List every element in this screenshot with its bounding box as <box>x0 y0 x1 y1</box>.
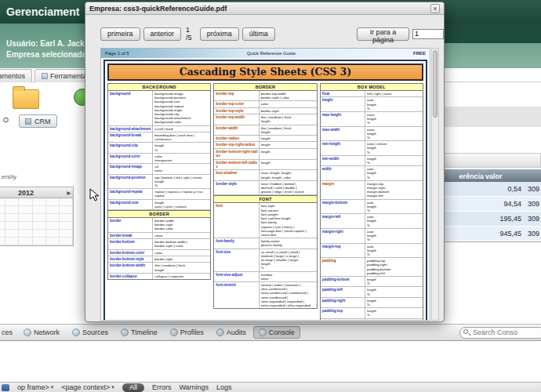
pdf-values: thin | medium | thick length <box>153 263 210 272</box>
pdf-row: margin-rightauto length % <box>321 229 423 244</box>
crm-button[interactable]: CRM <box>19 114 57 128</box>
devtools-tab-profiles[interactable]: Profiles <box>165 326 209 339</box>
table-cell-valor: 945,45 <box>484 230 521 238</box>
devtools-tab-sources[interactable]: Sources <box>67 326 114 339</box>
next-page-button[interactable]: próxima <box>200 27 239 41</box>
calendar-cell[interactable] <box>33 206 46 214</box>
calendar-cell[interactable] <box>5 198 19 206</box>
filter-warnings[interactable]: Warnings <box>179 383 209 391</box>
scrollbar-thumb[interactable] <box>433 50 438 118</box>
calendar-cell[interactable] <box>19 238 32 245</box>
first-page-button[interactable]: primeira <box>100 27 140 41</box>
pdf-property: border-width <box>214 125 259 135</box>
console-toggle-icon[interactable] <box>2 384 9 391</box>
pdf-property: min-width <box>321 156 365 165</box>
goto-page-button[interactable]: Ir para a página <box>357 27 409 41</box>
calendar-cell[interactable] <box>60 230 73 238</box>
calendar-cell[interactable] <box>19 214 32 222</box>
tab-orcamentos[interactable]: çamentos <box>0 69 32 82</box>
calendar-cell[interactable] <box>19 198 32 206</box>
calendar-cell[interactable] <box>33 214 46 222</box>
pdf-property: border <box>108 218 153 232</box>
devtools-tab-timeline[interactable]: Timeline <box>115 326 163 339</box>
audits-icon <box>216 328 224 336</box>
devtools-tab-console[interactable]: Console <box>253 326 300 339</box>
pdf-row: heightauto length % <box>321 97 423 112</box>
prev-page-button[interactable]: anterior <box>143 27 182 41</box>
calendar-cell[interactable] <box>46 206 60 214</box>
calendar-cell[interactable] <box>60 206 73 214</box>
calendar-cell[interactable] <box>33 198 46 206</box>
calendar-cell[interactable] <box>19 230 32 238</box>
calendar-cell[interactable] <box>46 222 60 230</box>
table-header-valor: valor <box>484 172 521 180</box>
calendar-cell[interactable] <box>33 222 46 230</box>
calendar-cell[interactable] <box>19 222 32 230</box>
pdf-row: background-breakbounding-box | each-box … <box>108 132 210 143</box>
calendar-cell[interactable] <box>60 222 73 230</box>
calendar-cell[interactable] <box>0 222 5 230</box>
pdf-section-header: BACKGROUND <box>108 84 210 91</box>
calendar-cell[interactable] <box>46 214 60 222</box>
calendar-cell[interactable] <box>0 238 5 245</box>
pdf-property: max-height <box>321 112 365 126</box>
next-month-icon[interactable]: ▶ <box>67 190 71 195</box>
calendar-cell[interactable] <box>60 198 73 206</box>
calendar-cell[interactable] <box>0 214 5 222</box>
calendar-cell[interactable] <box>5 206 19 214</box>
calendar-cell[interactable] <box>46 230 60 238</box>
folder-icon[interactable] <box>13 89 39 109</box>
pdf-row: max-heightnone length % <box>321 112 423 127</box>
devtools-tab-resources-partial[interactable]: ces <box>2 328 13 336</box>
pdf-columns: BACKGROUNDbackgroundbackground-image bac… <box>107 83 423 321</box>
dialog-titlebar[interactable]: Empresa: css3-quickReferenceGuide.pdf × <box>85 2 444 15</box>
calendar-cell[interactable] <box>46 198 60 206</box>
pdf-values: padding-top padding-right padding-bottom… <box>365 258 423 276</box>
filter-logs[interactable]: Logs <box>216 383 232 391</box>
search-input[interactable] <box>459 327 541 339</box>
context-select[interactable]: <page context> ▾ <box>61 383 114 391</box>
devtools-tab-network[interactable]: Network <box>18 326 65 339</box>
page-number-input[interactable] <box>412 29 444 39</box>
pdf-values: bounding-box | each-box | continuous <box>153 132 210 142</box>
close-icon[interactable]: × <box>430 4 440 13</box>
pdf-property: border-break <box>108 233 153 238</box>
pdf-row: backgroundbackground-image background-po… <box>108 91 210 126</box>
screen: Gerenciament Usuário: Earl A. Jackso Emp… <box>0 0 541 392</box>
pdf-values: length auto | cover | contain <box>153 200 210 209</box>
pdf-scrollbar[interactable] <box>431 48 439 321</box>
frame-select[interactable]: op frame> ▾ <box>17 383 53 391</box>
filter-errors[interactable]: Errors <box>152 383 172 391</box>
calendar-cell[interactable] <box>33 230 46 238</box>
pdf-row: max-widthnone length % <box>321 127 423 142</box>
filter-all[interactable]: All <box>122 383 144 392</box>
calendar-cell[interactable] <box>5 230 19 238</box>
pdf-property: border-radius <box>214 136 259 141</box>
partial-word: ersity <box>2 173 16 180</box>
pdf-row: widthauto length % <box>321 166 423 181</box>
pdf-property: background-clip <box>108 143 153 152</box>
pdf-row: border-radiuslength <box>214 136 316 142</box>
calendar-cell[interactable] <box>19 206 32 214</box>
calendar-cell[interactable] <box>60 238 73 245</box>
pdf-property: border-bottom-width <box>108 263 153 272</box>
pdf-row: font-sizexx-small | x-small | small | me… <box>214 249 316 272</box>
calendar-cell[interactable] <box>60 214 73 222</box>
pdf-property: padding-top <box>321 308 365 318</box>
pdf-values: length % <box>153 143 210 152</box>
calendar-cell[interactable] <box>0 198 5 206</box>
calendar-cell[interactable] <box>46 238 60 245</box>
devtools-tab-audits[interactable]: Audits <box>211 326 252 339</box>
last-page-button[interactable]: última <box>242 27 275 41</box>
pdf-section-header: BOX MODEL <box>321 84 423 91</box>
chevron-down-icon: ▾ <box>111 384 114 390</box>
calendar-cell[interactable] <box>0 230 5 238</box>
calendar-cell[interactable] <box>33 238 46 245</box>
calendar-cell[interactable] <box>5 222 19 230</box>
calendar-cell[interactable] <box>0 206 5 214</box>
calendar-cell[interactable] <box>5 214 19 222</box>
pdf-row: box-shadowinset, length, length, length,… <box>214 170 316 180</box>
calendar-cell[interactable] <box>5 238 19 245</box>
pdf-values: background-image background-position bac… <box>153 91 210 125</box>
pdf-property: margin-right <box>321 229 365 243</box>
